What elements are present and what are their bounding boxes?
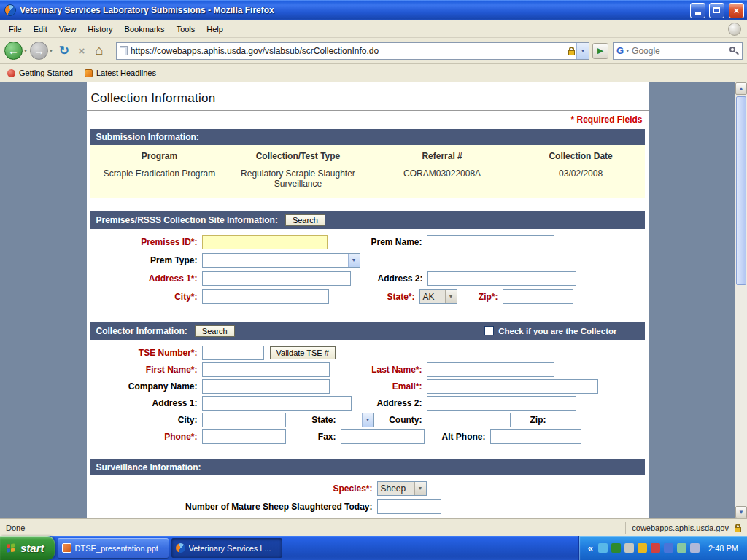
scrollbar-track[interactable] xyxy=(735,95,747,506)
page-content: Collection Information * Required Fields… xyxy=(87,82,649,518)
tse-number-input[interactable] xyxy=(202,346,264,360)
firefox-icon xyxy=(176,543,185,553)
cell-test-type: Regulatory Scrapie Slaughter Surveillanc… xyxy=(229,168,368,190)
tray-icon[interactable] xyxy=(677,543,686,553)
is-collector-checkbox[interactable] xyxy=(484,326,494,335)
taskbar-task-firefox[interactable]: Veterinary Services L... xyxy=(171,538,282,558)
collector-fax-input[interactable] xyxy=(341,429,425,444)
premises-address2-input[interactable] xyxy=(427,271,576,286)
browser-viewport: Collection Information * Required Fields… xyxy=(0,82,747,518)
vertical-scrollbar[interactable]: ▲ ▼ xyxy=(735,82,747,518)
web-search-input[interactable] xyxy=(632,46,729,56)
surveillance-form: Species*: Sheep▼ Number of Mature Sheep … xyxy=(87,475,649,518)
tray-icon[interactable] xyxy=(690,543,700,553)
collector-alt-phone-input[interactable] xyxy=(490,429,581,444)
menu-view[interactable]: View xyxy=(53,23,82,36)
tray-icon[interactable] xyxy=(624,543,634,553)
forward-button[interactable]: → xyxy=(30,42,48,60)
column-referral: Referral # xyxy=(368,149,517,168)
forward-dropdown-icon[interactable]: ▼ xyxy=(49,49,53,53)
scroll-up-button[interactable]: ▲ xyxy=(735,82,747,95)
premises-state-select[interactable]: AK▼ xyxy=(419,289,457,304)
task-label: Veterinary Services L... xyxy=(189,544,271,553)
page-icon xyxy=(120,46,128,55)
tray-chevron-icon[interactable]: « xyxy=(588,542,593,553)
collector-county-input[interactable] xyxy=(427,413,511,427)
collector-state-select[interactable]: ▼ xyxy=(341,413,374,427)
premises-id-label: Premises ID*: xyxy=(90,237,202,247)
start-button[interactable]: start xyxy=(0,536,55,560)
prem-type-label: Prem Type: xyxy=(90,255,202,265)
menu-file[interactable]: File xyxy=(3,23,28,36)
species-select[interactable]: Sheep▼ xyxy=(377,481,427,496)
stop-button[interactable]: × xyxy=(73,42,90,60)
collector-address1-label: Address 1: xyxy=(90,398,202,408)
menu-bookmarks[interactable]: Bookmarks xyxy=(119,23,171,36)
lock-icon[interactable] xyxy=(735,524,741,532)
bookmarks-toolbar: Getting Started Latest Headlines xyxy=(0,64,747,82)
collector-email-label: Email*: xyxy=(330,381,427,392)
form-row: Address 1: Address 2: xyxy=(90,396,645,411)
tray-icon[interactable] xyxy=(664,543,673,553)
premises-zip-label: Zip*: xyxy=(457,292,503,302)
premises-address1-input[interactable] xyxy=(202,271,351,286)
collector-search-button[interactable]: Search xyxy=(195,325,235,337)
collector-address2-input[interactable] xyxy=(427,396,576,411)
cell-collection-date: 03/02/2008 xyxy=(517,168,645,190)
url-input[interactable] xyxy=(128,46,568,56)
prem-name-input[interactable] xyxy=(427,235,554,249)
collector-address1-input[interactable] xyxy=(202,396,352,411)
back-dropdown-icon[interactable]: ▼ xyxy=(23,49,28,53)
premises-city-input[interactable] xyxy=(202,289,329,304)
prem-name-label: Prem Name: xyxy=(328,237,427,247)
search-magnifier-icon[interactable] xyxy=(729,46,739,56)
tray-icon[interactable] xyxy=(598,543,608,553)
scrollbar-thumb[interactable] xyxy=(736,96,746,285)
collector-company-input[interactable] xyxy=(202,379,330,394)
url-dropdown-button[interactable]: ▼ xyxy=(576,43,589,59)
collector-fax-label: Fax: xyxy=(286,432,341,442)
premises-search-button[interactable]: Search xyxy=(285,214,325,226)
collector-city-input[interactable] xyxy=(202,413,286,427)
tray-icon[interactable] xyxy=(651,543,660,553)
collector-phone-input[interactable] xyxy=(202,429,286,444)
collector-checkbox-group: Check if you are the Collector xyxy=(484,326,616,335)
menu-help[interactable]: Help xyxy=(201,23,229,36)
mature-today-input[interactable] xyxy=(377,499,441,514)
scroll-down-button[interactable]: ▼ xyxy=(735,506,747,518)
tse-number-label: TSE Number*: xyxy=(90,348,202,358)
menu-tools[interactable]: Tools xyxy=(171,23,201,36)
bookmark-getting-started[interactable]: Getting Started xyxy=(7,69,73,77)
minimize-button[interactable] xyxy=(690,3,705,18)
back-button[interactable]: ← xyxy=(4,42,23,60)
home-button[interactable]: ⌂ xyxy=(90,42,108,60)
bookmark-latest-headlines[interactable]: Latest Headlines xyxy=(85,69,156,77)
cell-program: Scrapie Eradication Program xyxy=(90,168,229,190)
restore-button[interactable] xyxy=(709,3,724,18)
collector-first-name-input[interactable] xyxy=(202,362,330,377)
desktop-screen: Veterinary Services Laboratory Submissio… xyxy=(0,0,747,560)
google-engine-icon[interactable]: G xyxy=(616,45,624,56)
close-button[interactable]: × xyxy=(729,3,744,18)
rss-feed-icon xyxy=(85,69,93,77)
collector-zip-input[interactable] xyxy=(551,413,616,427)
tray-icon[interactable] xyxy=(611,543,621,553)
tray-icon[interactable] xyxy=(638,543,647,553)
reload-button[interactable]: ↻ xyxy=(55,42,73,60)
menu-edit[interactable]: Edit xyxy=(28,23,53,36)
url-bar[interactable]: ▼ xyxy=(116,42,589,60)
menu-bar: File Edit View History Bookmarks Tools H… xyxy=(0,20,747,38)
go-button[interactable]: ▶ xyxy=(592,43,608,59)
prem-type-select[interactable]: ▼ xyxy=(202,253,360,268)
collector-last-name-input[interactable] xyxy=(427,362,554,377)
validate-tse-button[interactable]: Validate TSE # xyxy=(270,346,336,359)
taskbar-task-powerpoint[interactable]: DTSE_presentation.ppt xyxy=(58,538,169,558)
surveillance-section-title: Surveillance Information: xyxy=(96,462,201,472)
collector-email-input[interactable] xyxy=(427,379,598,394)
web-search-bar[interactable]: G ▼ xyxy=(613,42,743,60)
premises-state-label: State*: xyxy=(329,292,419,302)
menu-history[interactable]: History xyxy=(82,23,118,36)
premises-zip-input[interactable] xyxy=(503,289,573,304)
premises-id-input[interactable] xyxy=(202,235,328,249)
search-engine-dropdown-icon[interactable]: ▼ xyxy=(625,49,630,53)
